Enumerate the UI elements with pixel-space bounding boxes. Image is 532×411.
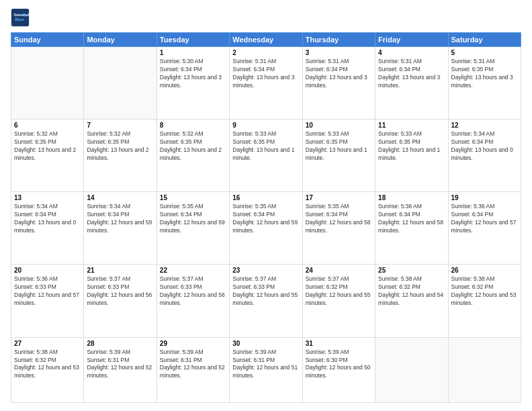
calendar-day-cell: 24Sunrise: 5:37 AMSunset: 6:32 PMDayligh… xyxy=(302,265,375,337)
weekday-header: Sunday xyxy=(11,33,84,47)
calendar-week-row: 13Sunrise: 5:34 AMSunset: 6:34 PMDayligh… xyxy=(11,192,521,265)
day-detail: Sunrise: 5:39 AMSunset: 6:31 PMDaylight:… xyxy=(160,349,226,381)
day-detail: Sunrise: 5:38 AMSunset: 6:32 PMDaylight:… xyxy=(451,275,518,308)
calendar-week-row: 1Sunrise: 5:30 AMSunset: 6:34 PMDaylight… xyxy=(11,47,521,120)
day-detail: Sunrise: 5:31 AMSunset: 6:34 PMDaylight:… xyxy=(232,58,299,90)
day-number: 1 xyxy=(160,49,226,56)
calendar-day-cell: 6Sunrise: 5:32 AMSunset: 6:35 PMDaylight… xyxy=(11,120,84,192)
day-number: 18 xyxy=(378,194,445,201)
day-detail: Sunrise: 5:36 AMSunset: 6:34 PMDaylight:… xyxy=(451,203,518,235)
logo-icon: General Blue xyxy=(11,8,30,27)
day-detail: Sunrise: 5:33 AMSunset: 6:35 PMDaylight:… xyxy=(232,130,299,163)
day-detail: Sunrise: 5:35 AMSunset: 6:34 PMDaylight:… xyxy=(306,203,372,235)
calendar-day-cell: 8Sunrise: 5:32 AMSunset: 6:35 PMDaylight… xyxy=(157,120,229,192)
day-detail: Sunrise: 5:33 AMSunset: 6:35 PMDaylight:… xyxy=(306,130,372,163)
calendar-day-cell: 21Sunrise: 5:37 AMSunset: 6:33 PMDayligh… xyxy=(84,265,157,337)
day-number: 31 xyxy=(306,340,372,347)
day-number: 10 xyxy=(306,122,372,129)
day-detail: Sunrise: 5:31 AMSunset: 6:34 PMDaylight:… xyxy=(306,58,372,90)
calendar-day-cell xyxy=(11,47,84,120)
day-detail: Sunrise: 5:39 AMSunset: 6:31 PMDaylight:… xyxy=(232,349,299,381)
day-detail: Sunrise: 5:34 AMSunset: 6:34 PMDaylight:… xyxy=(451,130,518,163)
page: General Blue SundayMondayTuesdayWednesda… xyxy=(0,0,532,411)
calendar-day-cell: 9Sunrise: 5:33 AMSunset: 6:35 PMDaylight… xyxy=(230,120,302,192)
day-number: 20 xyxy=(14,267,81,274)
day-detail: Sunrise: 5:37 AMSunset: 6:33 PMDaylight:… xyxy=(232,275,299,308)
weekday-header: Tuesday xyxy=(157,33,229,47)
day-number: 22 xyxy=(160,267,226,274)
day-number: 27 xyxy=(14,340,81,347)
calendar-week-row: 20Sunrise: 5:36 AMSunset: 6:33 PMDayligh… xyxy=(11,265,521,337)
calendar-day-cell: 14Sunrise: 5:34 AMSunset: 6:34 PMDayligh… xyxy=(84,192,157,265)
day-detail: Sunrise: 5:32 AMSunset: 6:35 PMDaylight:… xyxy=(14,130,81,163)
calendar-day-cell: 3Sunrise: 5:31 AMSunset: 6:34 PMDaylight… xyxy=(302,47,375,120)
calendar-day-cell: 23Sunrise: 5:37 AMSunset: 6:33 PMDayligh… xyxy=(230,265,302,337)
day-number: 7 xyxy=(87,122,153,129)
calendar-day-cell: 31Sunrise: 5:39 AMSunset: 6:30 PMDayligh… xyxy=(302,337,375,402)
calendar-day-cell xyxy=(375,337,448,402)
calendar-day-cell: 18Sunrise: 5:36 AMSunset: 6:34 PMDayligh… xyxy=(375,192,448,265)
weekday-header: Friday xyxy=(375,33,448,47)
day-detail: Sunrise: 5:37 AMSunset: 6:33 PMDaylight:… xyxy=(87,275,153,308)
calendar-day-cell: 10Sunrise: 5:33 AMSunset: 6:35 PMDayligh… xyxy=(302,120,375,192)
svg-text:Blue: Blue xyxy=(15,17,24,21)
weekday-header: Monday xyxy=(84,33,157,47)
day-number: 16 xyxy=(232,194,299,201)
day-number: 3 xyxy=(306,49,372,56)
calendar-day-cell: 16Sunrise: 5:35 AMSunset: 6:34 PMDayligh… xyxy=(230,192,302,265)
day-detail: Sunrise: 5:38 AMSunset: 6:32 PMDaylight:… xyxy=(378,275,445,308)
day-detail: Sunrise: 5:34 AMSunset: 6:34 PMDaylight:… xyxy=(14,203,81,235)
day-detail: Sunrise: 5:31 AMSunset: 6:34 PMDaylight:… xyxy=(378,58,445,90)
calendar-day-cell: 20Sunrise: 5:36 AMSunset: 6:33 PMDayligh… xyxy=(11,265,84,337)
calendar-day-cell xyxy=(448,337,521,402)
calendar-table: SundayMondayTuesdayWednesdayThursdayFrid… xyxy=(11,32,521,403)
day-number: 29 xyxy=(160,340,226,347)
day-detail: Sunrise: 5:39 AMSunset: 6:30 PMDaylight:… xyxy=(306,349,372,381)
calendar-day-cell xyxy=(84,47,157,120)
calendar-day-cell: 2Sunrise: 5:31 AMSunset: 6:34 PMDaylight… xyxy=(230,47,302,120)
day-number: 4 xyxy=(378,49,445,56)
calendar-header-row: SundayMondayTuesdayWednesdayThursdayFrid… xyxy=(11,33,521,47)
day-detail: Sunrise: 5:37 AMSunset: 6:33 PMDaylight:… xyxy=(160,275,226,308)
calendar-day-cell: 28Sunrise: 5:39 AMSunset: 6:31 PMDayligh… xyxy=(84,337,157,402)
header: General Blue xyxy=(11,8,521,27)
calendar-day-cell: 4Sunrise: 5:31 AMSunset: 6:34 PMDaylight… xyxy=(375,47,448,120)
day-detail: Sunrise: 5:33 AMSunset: 6:35 PMDaylight:… xyxy=(378,130,445,163)
day-detail: Sunrise: 5:36 AMSunset: 6:33 PMDaylight:… xyxy=(14,275,81,308)
day-number: 13 xyxy=(14,194,81,201)
weekday-header: Thursday xyxy=(302,33,375,47)
day-number: 26 xyxy=(451,267,518,274)
calendar-day-cell: 19Sunrise: 5:36 AMSunset: 6:34 PMDayligh… xyxy=(448,192,521,265)
calendar-day-cell: 15Sunrise: 5:35 AMSunset: 6:34 PMDayligh… xyxy=(157,192,229,265)
day-detail: Sunrise: 5:32 AMSunset: 6:35 PMDaylight:… xyxy=(160,130,226,163)
day-detail: Sunrise: 5:35 AMSunset: 6:34 PMDaylight:… xyxy=(160,203,226,235)
day-number: 12 xyxy=(451,122,518,129)
calendar-day-cell: 12Sunrise: 5:34 AMSunset: 6:34 PMDayligh… xyxy=(448,120,521,192)
calendar-day-cell: 7Sunrise: 5:32 AMSunset: 6:35 PMDaylight… xyxy=(84,120,157,192)
day-detail: Sunrise: 5:39 AMSunset: 6:31 PMDaylight:… xyxy=(87,349,153,381)
calendar-day-cell: 1Sunrise: 5:30 AMSunset: 6:34 PMDaylight… xyxy=(157,47,229,120)
day-number: 14 xyxy=(87,194,153,201)
day-detail: Sunrise: 5:31 AMSunset: 6:35 PMDaylight:… xyxy=(451,58,518,90)
day-number: 15 xyxy=(160,194,226,201)
day-number: 5 xyxy=(451,49,518,56)
day-number: 21 xyxy=(87,267,153,274)
calendar-day-cell: 29Sunrise: 5:39 AMSunset: 6:31 PMDayligh… xyxy=(157,337,229,402)
logo: General Blue xyxy=(11,8,32,27)
day-number: 28 xyxy=(87,340,153,347)
day-detail: Sunrise: 5:35 AMSunset: 6:34 PMDaylight:… xyxy=(232,203,299,235)
day-number: 11 xyxy=(378,122,445,129)
day-number: 17 xyxy=(306,194,372,201)
calendar-day-cell: 22Sunrise: 5:37 AMSunset: 6:33 PMDayligh… xyxy=(157,265,229,337)
day-number: 6 xyxy=(14,122,81,129)
day-detail: Sunrise: 5:38 AMSunset: 6:32 PMDaylight:… xyxy=(14,349,81,381)
day-detail: Sunrise: 5:36 AMSunset: 6:34 PMDaylight:… xyxy=(378,203,445,235)
calendar-day-cell: 13Sunrise: 5:34 AMSunset: 6:34 PMDayligh… xyxy=(11,192,84,265)
day-number: 19 xyxy=(451,194,518,201)
day-number: 23 xyxy=(232,267,299,274)
day-number: 30 xyxy=(232,340,299,347)
weekday-header: Saturday xyxy=(448,33,521,47)
calendar-week-row: 6Sunrise: 5:32 AMSunset: 6:35 PMDaylight… xyxy=(11,120,521,192)
day-number: 9 xyxy=(232,122,299,129)
day-number: 25 xyxy=(378,267,445,274)
